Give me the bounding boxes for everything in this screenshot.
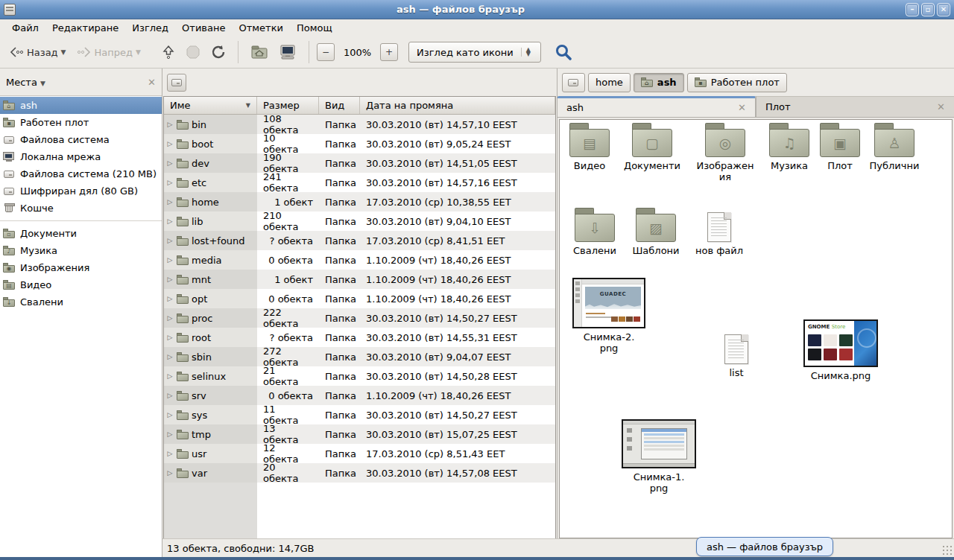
expander-icon[interactable]: ▷ [165, 450, 174, 457]
expander-icon[interactable]: ▷ [165, 140, 174, 147]
sidebar-item-Документи[interactable]: ▫Документи [0, 225, 162, 242]
expander-icon[interactable]: ▷ [165, 121, 174, 128]
expander-icon[interactable]: ▷ [165, 217, 174, 225]
icon-item-Снимка-2.png[interactable]: GUADECСнимка-2. png [573, 278, 645, 354]
minimize-button[interactable]: – [906, 3, 919, 16]
back-dropdown-icon[interactable]: ▼ [61, 48, 66, 56]
maximize-button[interactable]: ▫ [921, 3, 935, 16]
icon-item-Изображения[interactable]: ◎Изображен ия [689, 123, 761, 182]
expander-icon[interactable]: ▷ [165, 237, 174, 244]
icon-item-Снимка-1.png[interactable]: Снимка-1. png [623, 419, 695, 494]
sidebar-item-Изображения[interactable]: ◉Изображения [0, 259, 162, 276]
expander-icon[interactable]: ▷ [165, 353, 174, 360]
sidebar-item-Шифриран дял (80 GB)[interactable]: Шифриран дял (80 GB) [0, 182, 162, 200]
back-button[interactable]: Назад ▼ [4, 42, 71, 63]
table-row-opt[interactable]: ▷opt0 обектаПапка1.10.2009 (чт) 18,40,26… [164, 289, 555, 308]
sidebar-item-Свалени[interactable]: ↓Свалени [0, 293, 162, 311]
sidebar-item-Файлова система (210 MB)[interactable]: Файлова система (210 MB) [0, 165, 162, 182]
table-row-tmp[interactable]: ▷tmp13 обектаПапка30.03.2010 (вт) 15,07,… [164, 424, 555, 444]
forward-dropdown-icon[interactable]: ▼ [136, 48, 141, 56]
breadcrumb-home[interactable]: home [588, 73, 631, 92]
breadcrumb-Работен плот[interactable]: ▪Работен плот [687, 73, 787, 92]
table-row-srv[interactable]: ▷srv0 обектаПапка1.10.2009 (чт) 18,40,26… [164, 386, 555, 405]
sidebar-item-Работен плот[interactable]: ▪Работен плот [0, 114, 162, 131]
search-button[interactable] [550, 39, 577, 65]
table-row-dev[interactable]: ▷dev190 обектаПапка30.03.2010 (вт) 14,51… [164, 153, 555, 173]
home-button[interactable] [246, 41, 273, 63]
up-button[interactable] [157, 41, 180, 63]
table-row-lib[interactable]: ▷lib210 обектаПапка30.03.2010 (вт) 9,04,… [164, 211, 555, 231]
menu-Отиване[interactable]: Отиване [176, 21, 231, 35]
expander-icon[interactable]: ▷ [165, 430, 174, 438]
icon-item-Публични[interactable]: ♙Публични [859, 123, 930, 171]
icon-item-Документи[interactable]: ▢Документи [616, 123, 688, 171]
zoom-in-button[interactable]: + [380, 43, 398, 61]
table-row-bin[interactable]: ▷bin108 обектаПапка30.03.2010 (вт) 14,57… [164, 115, 555, 134]
table-row-mnt[interactable]: ▷mnt1 обектПапка1.10.2009 (чт) 18,40,26 … [164, 270, 555, 289]
icon-view-canvas[interactable]: ▤Видео▢Документи◎Изображен ия♫Музика▣Пло… [559, 119, 953, 538]
table-row-root[interactable]: ▷root? обектаПапка30.03.2010 (вт) 14,55,… [164, 328, 555, 347]
sidebar-item-Файлова система[interactable]: Файлова система [0, 131, 162, 148]
sidebar-title[interactable]: Места ▼ [6, 77, 148, 88]
stop-button[interactable] [181, 41, 205, 63]
sidebar-close-icon[interactable]: ✕ [148, 77, 156, 88]
tab-close-icon[interactable]: ✕ [738, 102, 746, 113]
menu-Помощ[interactable]: Помощ [291, 21, 338, 35]
table-row-usr[interactable]: ▷usr12 обектаПапка17.03.2010 (ср) 8,51,4… [164, 444, 555, 463]
icon-item-нов файл[interactable]: нов файл [683, 208, 755, 256]
icon-item-list[interactable]: list [701, 330, 772, 378]
view-mode-select[interactable]: Изглед като икони ▲▼ [408, 42, 541, 63]
table-row-boot[interactable]: ▷boot10 обектаПапка30.03.2010 (вт) 9,05,… [164, 134, 555, 153]
expander-icon[interactable]: ▷ [165, 256, 174, 264]
tab-ash[interactable]: ash✕ [557, 96, 756, 117]
status-text: 13 обекта, свободни: 14,7GB [167, 543, 314, 554]
sidebar-item-Кошче[interactable]: Кошче [0, 200, 162, 217]
expander-icon[interactable]: ▷ [165, 179, 174, 186]
expander-icon[interactable]: ▷ [165, 314, 174, 322]
expander-icon[interactable]: ▷ [165, 295, 174, 302]
table-row-sbin[interactable]: ▷sbin272 обектаПапка30.03.2010 (вт) 9,04… [164, 347, 555, 366]
sidebar-item-Музика[interactable]: ♪Музика [0, 242, 162, 259]
table-row-selinux[interactable]: ▷selinux21 обектаПапка30.03.2010 (вт) 14… [164, 366, 555, 386]
menu-Изглед[interactable]: Изглед [126, 21, 174, 35]
expander-icon[interactable]: ▷ [165, 411, 174, 419]
close-button[interactable]: ✕ [937, 3, 950, 16]
breadcrumb-root[interactable] [562, 73, 585, 92]
zoom-out-button[interactable]: − [317, 43, 335, 61]
expander-icon[interactable]: ▷ [165, 276, 174, 283]
forward-button[interactable]: Напред ▼ [72, 42, 145, 63]
menu-Файл[interactable]: Файл [6, 21, 45, 35]
table-row-home[interactable]: ▷home1 обектПапка17.03.2010 (ср) 10,38,5… [164, 192, 555, 211]
sidebar-item-Видео[interactable]: ▤Видео [0, 276, 162, 293]
icon-item-Шаблони[interactable]: ▨Шаблони [620, 208, 692, 256]
sidebar-item-Локална мрежа[interactable]: Локална мрежа [0, 148, 162, 165]
expander-icon[interactable]: ▷ [165, 372, 174, 380]
menu-Редактиране[interactable]: Редактиране [46, 21, 124, 35]
table-row-lost+found[interactable]: ▷lost+found? обектаПапка17.03.2010 (ср) … [164, 231, 555, 250]
table-row-media[interactable]: ▷media0 обектаПапка1.10.2009 (чт) 18,40,… [164, 250, 555, 270]
tab-Плот[interactable]: Плот✕ [756, 96, 954, 117]
sidebar-item-ash[interactable]: ⌂ash [0, 97, 162, 114]
column-header-Дата на промяна[interactable]: Дата на промяна [360, 97, 555, 114]
expander-icon[interactable]: ▷ [165, 469, 174, 477]
menu-Отметки[interactable]: Отметки [233, 21, 288, 35]
table-row-var[interactable]: ▷var20 обектаПапка30.03.2010 (вт) 14,57,… [164, 463, 555, 483]
expander-icon[interactable]: ▷ [165, 159, 174, 167]
icon-item-Снимка.png[interactable]: GNOME StoreСнимка.png [805, 319, 876, 381]
breadcrumb-ash[interactable]: ⌂ash [634, 73, 684, 92]
reload-button[interactable] [206, 41, 230, 63]
computer-button[interactable] [274, 40, 301, 64]
table-row-sys[interactable]: ▷sys11 обектаПапка30.03.2010 (вт) 14,50,… [164, 405, 555, 424]
column-header-Вид[interactable]: Вид [319, 97, 360, 114]
table-row-proc[interactable]: ▷proc222 обектаПапка30.03.2010 (вт) 14,5… [164, 308, 555, 328]
expander-icon[interactable]: ▷ [165, 198, 174, 206]
expander-icon[interactable]: ▷ [165, 334, 174, 341]
resize-grip[interactable] [942, 545, 953, 556]
icon-item-Видео[interactable]: ▤Видео [559, 123, 625, 171]
column-header-Име[interactable]: Име▼ [164, 97, 257, 114]
root-location-button[interactable] [167, 74, 186, 92]
table-row-etc[interactable]: ▷etc241 обектаПапка30.03.2010 (вт) 14,57… [164, 173, 555, 192]
tab-close-icon[interactable]: ✕ [937, 101, 945, 112]
expander-icon[interactable]: ▷ [165, 392, 174, 399]
column-header-Размер[interactable]: Размер [257, 97, 319, 114]
